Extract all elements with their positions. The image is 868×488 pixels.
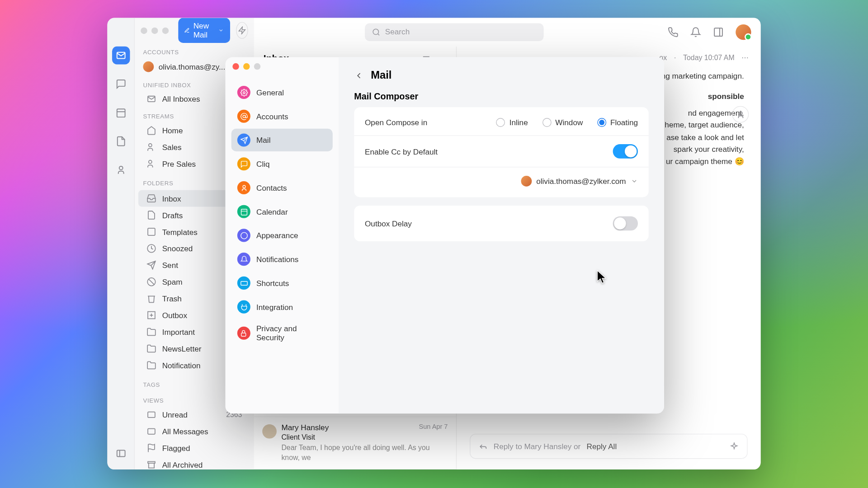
top-toolbar: Search <box>254 18 761 47</box>
svg-point-38 <box>241 232 247 239</box>
enable-cc-toggle[interactable] <box>613 144 638 159</box>
template-icon <box>146 227 156 236</box>
svg-rect-22 <box>714 28 722 36</box>
chevron-down-icon <box>631 178 638 185</box>
account-avatar-icon <box>521 176 532 187</box>
compose-settings-card: Open Compose in Inline Window Floating E… <box>354 107 648 197</box>
rail-contacts-icon[interactable] <box>112 161 130 179</box>
users-icon <box>146 142 156 152</box>
contact-info-button[interactable] <box>732 106 749 123</box>
svg-point-30 <box>739 112 742 115</box>
calendar-icon <box>237 205 250 218</box>
account-selector[interactable]: olivia.thomas@zylker.com <box>521 176 638 187</box>
reader-more-icon[interactable]: ⋯ <box>741 54 749 62</box>
reply-bar[interactable]: Reply to Mary Hansley or Reply All <box>470 434 748 459</box>
svg-rect-40 <box>241 333 246 336</box>
settings-tab-shortcuts[interactable]: Shortcuts <box>231 272 333 294</box>
sidebar-view-all-messages[interactable]: All Messages <box>138 423 250 440</box>
home-icon <box>146 126 156 135</box>
settings-tab-contacts[interactable]: Contacts <box>231 176 333 199</box>
account-avatar-icon <box>143 61 154 72</box>
chat-icon <box>237 157 250 170</box>
settings-tab-appearance[interactable]: Appearance <box>231 224 333 247</box>
window-controls-bar: New Mail <box>135 18 254 43</box>
folder-icon <box>146 327 156 337</box>
inbox-icon <box>146 94 156 103</box>
settings-tab-calendar[interactable]: Calendar <box>231 200 333 223</box>
outbox-delay-label: Outbox Delay <box>365 219 613 228</box>
settings-tab-integration[interactable]: Integration <box>231 296 333 318</box>
sender-avatar-icon <box>262 424 277 439</box>
accounts-section-label: ACCOUNTS <box>135 43 254 58</box>
panel-icon[interactable] <box>713 27 724 38</box>
sidebar-view-flagged[interactable]: Flagged <box>138 440 250 456</box>
svg-marker-6 <box>239 27 245 34</box>
mail-icon <box>146 410 156 419</box>
rail-chat-icon[interactable] <box>112 75 130 93</box>
settings-tab-accounts[interactable]: Accounts <box>231 105 333 127</box>
svg-rect-17 <box>148 429 155 434</box>
outbox-delay-toggle[interactable] <box>613 216 638 231</box>
svg-rect-36 <box>241 209 247 215</box>
bell-icon <box>237 253 250 266</box>
search-input[interactable]: Search <box>365 23 544 41</box>
settings-section-label: Mail Composer <box>354 91 648 101</box>
quick-actions-button[interactable] <box>236 22 248 39</box>
file-icon <box>146 210 156 220</box>
folder-icon <box>146 361 156 370</box>
sparkle-icon[interactable] <box>730 442 739 451</box>
outbox-delay-card: Outbox Delay <box>354 206 648 241</box>
profile-avatar[interactable] <box>736 24 751 39</box>
folder-icon <box>146 344 156 353</box>
account-email: olivia.thomas@zy... <box>159 62 226 71</box>
rail-collapse-icon[interactable] <box>112 445 130 463</box>
plug-icon <box>237 300 250 314</box>
svg-rect-19 <box>148 462 155 464</box>
settings-content: Mail Mail Composer Open Compose in Inlin… <box>339 57 664 414</box>
svg-point-35 <box>242 185 245 188</box>
settings-tab-mail[interactable]: Mail <box>231 129 333 151</box>
modal-traffic-lights[interactable] <box>232 63 260 70</box>
message-item[interactable]: Mary Hansley Sun Apr 7 Client Visit Dear… <box>254 418 456 470</box>
send-icon <box>237 133 250 146</box>
search-icon <box>372 28 380 36</box>
svg-line-15 <box>149 279 154 285</box>
inbox-icon <box>146 194 156 203</box>
palette-icon <box>237 229 250 242</box>
svg-rect-4 <box>117 450 125 457</box>
radio-window[interactable]: Window <box>542 118 583 127</box>
new-mail-button[interactable]: New Mail <box>178 18 230 43</box>
bolt-icon <box>238 26 246 34</box>
flag-icon <box>146 443 156 453</box>
sidebar-view-archived[interactable]: All Archived <box>138 456 250 469</box>
rail-tasks-icon[interactable] <box>112 132 130 150</box>
users-icon <box>146 159 156 169</box>
reply-icon <box>479 442 488 451</box>
trash-icon <box>146 294 156 303</box>
compose-icon <box>184 26 189 34</box>
rail-mail-icon[interactable] <box>112 47 130 65</box>
phone-icon[interactable] <box>668 27 679 38</box>
search-placeholder: Search <box>385 28 410 37</box>
traffic-lights[interactable] <box>141 27 169 34</box>
send-icon <box>146 260 156 270</box>
archive-icon <box>146 460 156 469</box>
radio-floating[interactable]: Floating <box>597 118 638 127</box>
back-icon[interactable] <box>354 70 363 80</box>
contacts-icon <box>237 181 250 194</box>
svg-rect-16 <box>148 412 155 418</box>
svg-point-9 <box>149 160 152 164</box>
radio-inline[interactable]: Inline <box>496 118 528 127</box>
mail-icon <box>146 427 156 436</box>
settings-tab-general[interactable]: General <box>231 81 333 103</box>
settings-tab-privacy[interactable]: Privacy and Security <box>231 319 333 347</box>
settings-tab-cliq[interactable]: Cliq <box>231 153 333 175</box>
svg-point-3 <box>119 166 123 170</box>
settings-tab-notifications[interactable]: Notifications <box>231 248 333 271</box>
bell-icon[interactable] <box>690 27 701 38</box>
keyboard-icon <box>237 277 250 290</box>
spam-icon <box>146 277 156 286</box>
rail-calendar-icon[interactable] <box>112 103 130 122</box>
svg-rect-1 <box>117 109 125 117</box>
svg-point-32 <box>242 115 245 117</box>
